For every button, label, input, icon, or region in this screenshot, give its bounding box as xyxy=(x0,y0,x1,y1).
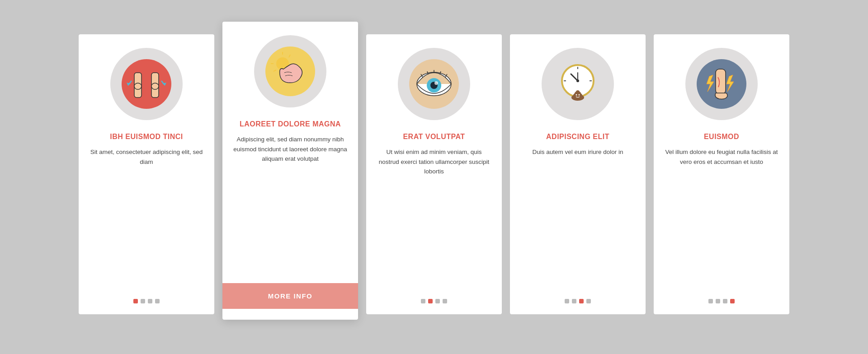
card-5-title: EUISMOD xyxy=(704,133,739,141)
leg-icon xyxy=(697,59,746,109)
dot xyxy=(572,299,576,303)
card-1-dots xyxy=(133,299,160,303)
more-info-button[interactable]: MORE INFO xyxy=(222,283,358,309)
card-4-title: ADIPISCING ELIT xyxy=(546,133,609,141)
clock-icon xyxy=(553,59,603,109)
clock-icon-circle xyxy=(542,48,614,120)
dot xyxy=(133,299,138,303)
dot xyxy=(708,299,713,303)
card-5-dots xyxy=(708,299,735,303)
card-2-text: Adipiscing elit, sed diam nonummy nibh e… xyxy=(233,135,347,270)
card-2: LAOREET DOLORE MAGNA Adipiscing elit, se… xyxy=(222,22,358,320)
stomach-icon-circle xyxy=(254,35,326,107)
dot xyxy=(586,299,591,303)
card-4-dots xyxy=(565,299,591,303)
svg-point-41 xyxy=(579,94,580,96)
dot xyxy=(435,299,440,303)
dot xyxy=(716,299,720,303)
svg-point-10 xyxy=(151,83,159,89)
leg-icon-circle xyxy=(685,48,758,120)
card-3-dots xyxy=(421,299,447,303)
card-3-title: ERAT VOLUTPAT xyxy=(403,133,465,141)
dot xyxy=(421,299,425,303)
eye-icon-circle xyxy=(398,48,470,120)
card-3: ERAT VOLUTPAT Ut wisi enim ad minim veni… xyxy=(366,34,502,314)
card-1: IBH EUISMOD TINCI Sit amet, consectetuer… xyxy=(79,34,214,314)
dot xyxy=(428,299,433,303)
card-4: ADIPISCING ELIT Duis autem vel eum iriur… xyxy=(510,34,646,314)
stomach-icon xyxy=(265,47,315,96)
dot xyxy=(723,299,727,303)
dot xyxy=(730,299,735,303)
knees-icon-circle xyxy=(110,48,183,120)
svg-point-9 xyxy=(134,83,142,89)
card-5: EUISMOD Vel illum dolore eu feugiat null… xyxy=(654,34,789,314)
dot xyxy=(565,299,569,303)
dot xyxy=(579,299,584,303)
knees-icon xyxy=(122,59,171,109)
card-1-text: Sit amet, consectetuer adipiscing elit, … xyxy=(90,147,203,286)
eye-icon xyxy=(409,59,459,109)
card-2-title: LAOREET DOLORE MAGNA xyxy=(240,120,341,128)
cards-container: IBH EUISMOD TINCI Sit amet, consectetuer… xyxy=(52,16,816,338)
card-1-title: IBH EUISMOD TINCI xyxy=(110,133,183,141)
svg-point-35 xyxy=(576,79,579,82)
svg-point-40 xyxy=(576,94,577,96)
svg-point-21 xyxy=(434,81,438,85)
dot xyxy=(155,299,160,303)
svg-point-39 xyxy=(576,90,580,94)
dot xyxy=(148,299,152,303)
dot xyxy=(141,299,145,303)
svg-rect-43 xyxy=(716,69,726,94)
dot xyxy=(443,299,447,303)
card-4-text: Duis autem vel eum iriure dolor in xyxy=(532,147,623,286)
card-3-text: Ut wisi enim ad minim veniam, quis nostr… xyxy=(377,147,491,286)
card-5-text: Vel illum dolore eu feugiat nulla facili… xyxy=(665,147,778,286)
